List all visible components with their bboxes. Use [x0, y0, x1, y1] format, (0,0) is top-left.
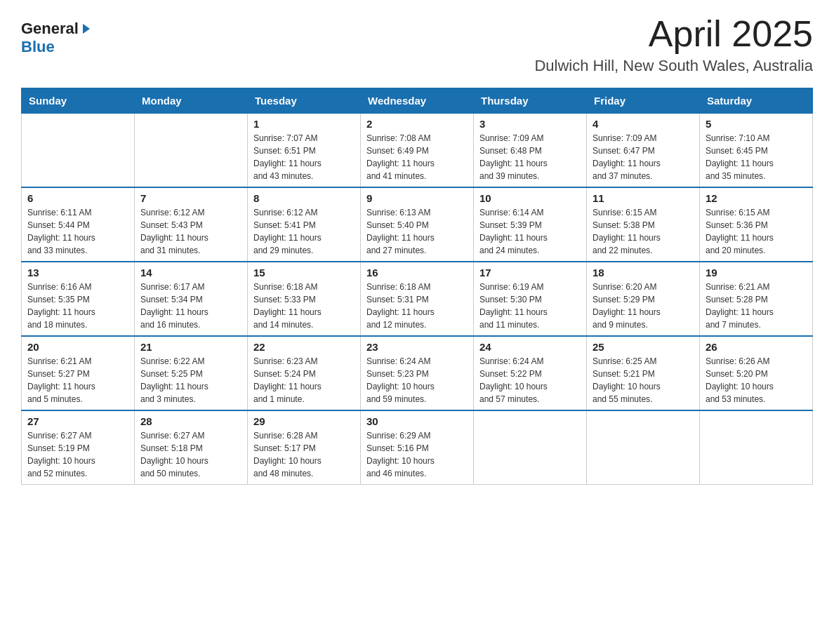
calendar-cell: 27Sunrise: 6:27 AMSunset: 5:19 PMDayligh… — [22, 410, 135, 485]
day-number: 1 — [253, 118, 355, 130]
day-number: 15 — [253, 267, 355, 279]
calendar-cell: 17Sunrise: 6:19 AMSunset: 5:30 PMDayligh… — [474, 262, 587, 336]
calendar-cell: 3Sunrise: 7:09 AMSunset: 6:48 PMDaylight… — [474, 114, 587, 188]
calendar-cell: 25Sunrise: 6:25 AMSunset: 5:21 PMDayligh… — [587, 336, 700, 410]
day-info: Sunrise: 6:29 AMSunset: 5:16 PMDaylight:… — [366, 429, 468, 480]
calendar-cell: 19Sunrise: 6:21 AMSunset: 5:28 PMDayligh… — [700, 262, 813, 336]
day-number: 16 — [366, 267, 468, 279]
calendar-cell: 12Sunrise: 6:15 AMSunset: 5:36 PMDayligh… — [700, 187, 813, 262]
calendar-week-row: 27Sunrise: 6:27 AMSunset: 5:19 PMDayligh… — [22, 410, 813, 485]
day-number: 17 — [479, 267, 581, 279]
day-number: 24 — [479, 341, 581, 353]
day-info: Sunrise: 6:23 AMSunset: 5:24 PMDaylight:… — [253, 355, 355, 405]
calendar-cell: 9Sunrise: 6:13 AMSunset: 5:40 PMDaylight… — [361, 187, 474, 262]
calendar-cell — [700, 410, 813, 485]
calendar-table: SundayMondayTuesdayWednesdayThursdayFrid… — [21, 88, 813, 485]
calendar-cell: 14Sunrise: 6:17 AMSunset: 5:34 PMDayligh… — [135, 262, 248, 336]
day-info: Sunrise: 6:19 AMSunset: 5:30 PMDaylight:… — [479, 281, 581, 331]
page-title: April 2025 — [534, 14, 813, 54]
calendar-weekday-tuesday: Tuesday — [248, 88, 361, 114]
day-number: 23 — [366, 341, 468, 353]
calendar-cell: 28Sunrise: 6:27 AMSunset: 5:18 PMDayligh… — [135, 410, 248, 485]
day-number: 19 — [706, 267, 807, 279]
day-number: 29 — [253, 415, 355, 427]
day-info: Sunrise: 6:11 AMSunset: 5:44 PMDaylight:… — [27, 206, 128, 257]
logo-arrow-icon — [80, 22, 93, 35]
calendar-cell: 30Sunrise: 6:29 AMSunset: 5:16 PMDayligh… — [361, 410, 474, 485]
calendar-cell: 11Sunrise: 6:15 AMSunset: 5:38 PMDayligh… — [587, 187, 700, 262]
calendar-cell: 6Sunrise: 6:11 AMSunset: 5:44 PMDaylight… — [22, 187, 135, 262]
day-number: 9 — [366, 192, 468, 204]
day-number: 21 — [140, 341, 241, 353]
day-number: 5 — [706, 118, 807, 130]
day-info: Sunrise: 6:26 AMSunset: 5:20 PMDaylight:… — [706, 355, 807, 405]
calendar-cell: 4Sunrise: 7:09 AMSunset: 6:47 PMDaylight… — [587, 114, 700, 188]
day-number: 13 — [27, 267, 128, 279]
logo-blue-line: Blue — [21, 38, 55, 56]
day-number: 2 — [366, 118, 468, 130]
logo-blue: Blue — [21, 38, 55, 55]
calendar-cell: 21Sunrise: 6:22 AMSunset: 5:25 PMDayligh… — [135, 336, 248, 410]
day-number: 3 — [479, 118, 581, 130]
day-number: 30 — [366, 415, 468, 427]
calendar-cell: 1Sunrise: 7:07 AMSunset: 6:51 PMDaylight… — [248, 114, 361, 188]
day-info: Sunrise: 6:18 AMSunset: 5:33 PMDaylight:… — [253, 281, 355, 331]
calendar-cell: 2Sunrise: 7:08 AMSunset: 6:49 PMDaylight… — [361, 114, 474, 188]
day-info: Sunrise: 6:28 AMSunset: 5:17 PMDaylight:… — [253, 429, 355, 480]
logo-line1: General — [21, 20, 93, 38]
calendar-weekday-monday: Monday — [135, 88, 248, 114]
calendar-cell: 29Sunrise: 6:28 AMSunset: 5:17 PMDayligh… — [248, 410, 361, 485]
day-info: Sunrise: 6:17 AMSunset: 5:34 PMDaylight:… — [140, 281, 241, 331]
page-subtitle: Dulwich Hill, New South Wales, Australia — [534, 57, 813, 75]
calendar-weekday-friday: Friday — [587, 88, 700, 114]
day-info: Sunrise: 6:24 AMSunset: 5:22 PMDaylight:… — [479, 355, 581, 405]
calendar-cell — [587, 410, 700, 485]
calendar-cell: 16Sunrise: 6:18 AMSunset: 5:31 PMDayligh… — [361, 262, 474, 336]
day-info: Sunrise: 6:21 AMSunset: 5:28 PMDaylight:… — [706, 281, 807, 331]
day-info: Sunrise: 6:27 AMSunset: 5:19 PMDaylight:… — [27, 429, 128, 480]
day-info: Sunrise: 6:18 AMSunset: 5:31 PMDaylight:… — [366, 281, 468, 331]
day-info: Sunrise: 6:16 AMSunset: 5:35 PMDaylight:… — [27, 281, 128, 331]
day-number: 6 — [27, 192, 128, 204]
day-number: 18 — [593, 267, 694, 279]
calendar-cell: 24Sunrise: 6:24 AMSunset: 5:22 PMDayligh… — [474, 336, 587, 410]
calendar-cell: 13Sunrise: 6:16 AMSunset: 5:35 PMDayligh… — [22, 262, 135, 336]
day-number: 27 — [27, 415, 128, 427]
calendar-week-row: 20Sunrise: 6:21 AMSunset: 5:27 PMDayligh… — [22, 336, 813, 410]
calendar-cell: 8Sunrise: 6:12 AMSunset: 5:41 PMDaylight… — [248, 187, 361, 262]
title-area: April 2025 Dulwich Hill, New South Wales… — [534, 14, 813, 75]
calendar-week-row: 6Sunrise: 6:11 AMSunset: 5:44 PMDaylight… — [22, 187, 813, 262]
logo-general: General — [21, 20, 79, 38]
day-info: Sunrise: 7:08 AMSunset: 6:49 PMDaylight:… — [366, 132, 468, 182]
day-info: Sunrise: 6:13 AMSunset: 5:40 PMDaylight:… — [366, 206, 468, 257]
logo: General Blue — [21, 14, 93, 57]
day-info: Sunrise: 6:12 AMSunset: 5:43 PMDaylight:… — [140, 206, 241, 257]
calendar-header-row: SundayMondayTuesdayWednesdayThursdayFrid… — [22, 88, 813, 114]
day-number: 7 — [140, 192, 241, 204]
calendar-cell: 20Sunrise: 6:21 AMSunset: 5:27 PMDayligh… — [22, 336, 135, 410]
page-header: General Blue April 2025 Dulwich Hill, Ne… — [21, 14, 813, 75]
svg-marker-0 — [83, 24, 90, 34]
calendar-cell — [474, 410, 587, 485]
day-info: Sunrise: 7:07 AMSunset: 6:51 PMDaylight:… — [253, 132, 355, 182]
calendar-cell — [22, 114, 135, 188]
day-number: 8 — [253, 192, 355, 204]
day-info: Sunrise: 6:25 AMSunset: 5:21 PMDaylight:… — [593, 355, 694, 405]
calendar-week-row: 1Sunrise: 7:07 AMSunset: 6:51 PMDaylight… — [22, 114, 813, 188]
day-info: Sunrise: 6:15 AMSunset: 5:38 PMDaylight:… — [593, 206, 694, 257]
day-number: 12 — [706, 192, 807, 204]
day-info: Sunrise: 6:27 AMSunset: 5:18 PMDaylight:… — [140, 429, 241, 480]
day-info: Sunrise: 6:22 AMSunset: 5:25 PMDaylight:… — [140, 355, 241, 405]
day-number: 28 — [140, 415, 241, 427]
calendar-cell: 23Sunrise: 6:24 AMSunset: 5:23 PMDayligh… — [361, 336, 474, 410]
calendar-cell: 10Sunrise: 6:14 AMSunset: 5:39 PMDayligh… — [474, 187, 587, 262]
day-info: Sunrise: 7:09 AMSunset: 6:48 PMDaylight:… — [479, 132, 581, 182]
calendar-cell: 15Sunrise: 6:18 AMSunset: 5:33 PMDayligh… — [248, 262, 361, 336]
day-info: Sunrise: 6:15 AMSunset: 5:36 PMDaylight:… — [706, 206, 807, 257]
day-number: 20 — [27, 341, 128, 353]
calendar-weekday-thursday: Thursday — [474, 88, 587, 114]
day-info: Sunrise: 6:21 AMSunset: 5:27 PMDaylight:… — [27, 355, 128, 405]
day-info: Sunrise: 6:12 AMSunset: 5:41 PMDaylight:… — [253, 206, 355, 257]
day-number: 25 — [593, 341, 694, 353]
calendar-cell: 18Sunrise: 6:20 AMSunset: 5:29 PMDayligh… — [587, 262, 700, 336]
